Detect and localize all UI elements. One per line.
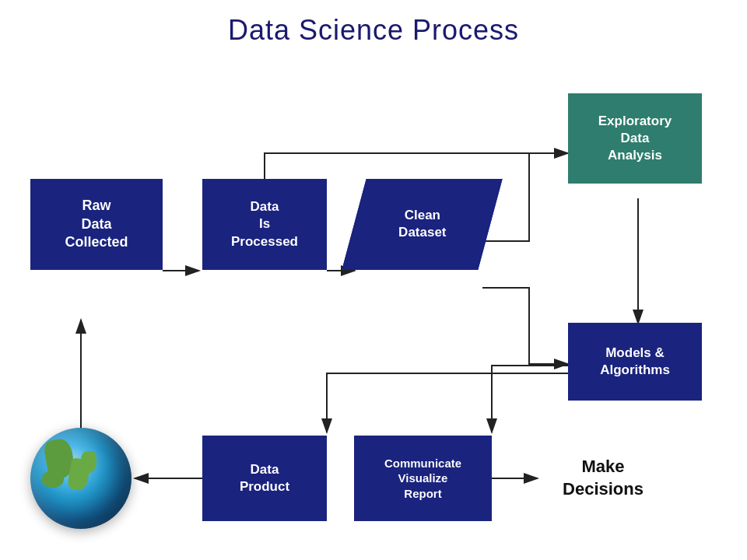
globe-land-south	[41, 470, 65, 488]
raw-data-label: RawDataCollected	[65, 197, 128, 251]
clean-dataset-label: CleanDataset	[398, 207, 446, 241]
communicate-box: CommunicateVisualizeReport	[354, 436, 492, 521]
exploratory-label: ExploratoryDataAnalysis	[598, 113, 672, 164]
data-processed-box: DataIsProcessed	[202, 179, 327, 270]
data-product-box: DataProduct	[202, 436, 327, 521]
raw-data-box: RawDataCollected	[30, 179, 163, 270]
globe	[30, 428, 132, 529]
globe-land-central	[81, 451, 96, 473]
models-label: Models &Algorithms	[600, 345, 670, 379]
exploratory-box: ExploratoryDataAnalysis	[568, 93, 702, 184]
make-decisions-label: MakeDecisions	[541, 443, 665, 513]
communicate-label: CommunicateVisualizeReport	[384, 456, 461, 502]
diagram: RawDataCollected DataIsProcessed CleanDa…	[0, 47, 747, 560]
page-title: Data Science Process	[0, 0, 747, 47]
models-box: Models &Algorithms	[568, 323, 702, 401]
data-processed-label: DataIsProcessed	[231, 198, 298, 250]
clean-dataset-box: CleanDataset	[342, 179, 502, 270]
data-product-label: DataProduct	[240, 461, 289, 495]
